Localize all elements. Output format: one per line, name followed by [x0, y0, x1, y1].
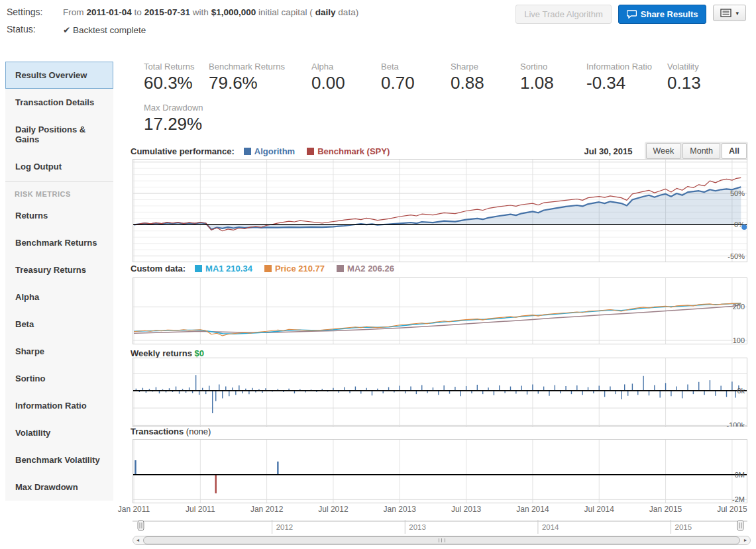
stat-label: Information Ratio: [586, 62, 667, 72]
weekly-returns-chart[interactable]: 0k-100k: [133, 358, 747, 427]
scrollbar-grip-icon: [439, 538, 445, 542]
x-axis-tick-label: Jul 2012: [318, 505, 348, 514]
cumulative-performance-chart[interactable]: 50%0%-50%: [133, 159, 747, 262]
list-icon: [720, 9, 731, 17]
legend-ma2[interactable]: MA2 206.26: [337, 264, 394, 274]
sidebar-item-max-drawdown[interactable]: Max Drawdown: [5, 474, 113, 501]
y-axis-label: 200: [733, 303, 745, 311]
legend-label: Algorithm: [254, 146, 295, 156]
live-trade-button[interactable]: Live Trade Algorithm: [515, 5, 612, 24]
legend-price[interactable]: Price 210.77: [264, 264, 325, 274]
navigator-right-handle[interactable]: [737, 521, 743, 530]
algorithm-swatch-icon: [244, 148, 251, 155]
y-axis-label: 0M: [735, 471, 745, 479]
y-axis-label: 100: [733, 336, 745, 344]
stats-summary: Total Returns60.3% Benchmark Returns79.6…: [144, 62, 727, 134]
transactions-count: (none): [186, 426, 211, 436]
chart-date: Jul 30, 2015: [584, 146, 633, 156]
start-date: 2011-01-04: [87, 7, 132, 17]
legend-algorithm[interactable]: Algorithm: [244, 146, 295, 156]
sidebar-item-treasury-returns[interactable]: Treasury Returns: [5, 256, 113, 283]
scrollbar-thumb[interactable]: [143, 536, 740, 544]
sidebar-item-transaction-details[interactable]: Transaction Details: [5, 89, 113, 116]
price-swatch-icon: [264, 265, 272, 272]
stat-value: 1.08: [520, 73, 586, 93]
custom-data-header: Custom data: MA1 210.34 Price 210.77 MA2…: [131, 264, 394, 274]
y-axis-label: 50%: [730, 189, 745, 197]
sidebar-item-beta[interactable]: Beta: [5, 311, 113, 338]
stat-alpha: Alpha0.00: [311, 62, 381, 93]
sidebar-item-alpha[interactable]: Alpha: [5, 283, 113, 311]
stat-value: 60.3%: [144, 73, 209, 93]
settings-text: to: [135, 7, 142, 17]
settings-text: From: [63, 7, 84, 17]
settings-value: From2011-01-04 to2015-07-31 with$1,000,0…: [63, 7, 361, 17]
stat-label: Benchmark Returns: [209, 62, 311, 72]
status-label: Status:: [7, 24, 63, 35]
sidebar-item-benchmark-returns[interactable]: Benchmark Returns: [5, 229, 113, 256]
scrollbar-right-arrow[interactable]: ▸: [741, 536, 750, 544]
ma1-swatch-icon: [195, 265, 202, 272]
sidebar-item-benchmark-volatility[interactable]: Benchmark Volatility: [5, 446, 113, 474]
check-icon: ✔: [63, 25, 70, 35]
sidebar-item-results-overview[interactable]: Results Overview: [5, 62, 113, 89]
initial-capital: $1,000,000: [211, 7, 256, 17]
range-week-button[interactable]: Week: [646, 143, 682, 159]
benchmark-swatch-icon: [307, 148, 314, 155]
navigator-left-handle[interactable]: [138, 521, 144, 530]
legend-label: Benchmark (SPY): [317, 146, 390, 156]
y-axis-label: 0k: [737, 387, 745, 395]
sidebar-item-daily-positions[interactable]: Daily Positions & Gains: [5, 116, 113, 153]
stat-label: Max Drawdown: [144, 103, 727, 113]
stat-value: 17.29%: [144, 114, 727, 134]
settings-text: with: [193, 7, 209, 17]
x-axis-tick-label: Jan 2014: [516, 505, 549, 514]
legend-label: MA1 210.34: [205, 264, 252, 274]
stat-information-ratio: Information Ratio-0.34: [586, 62, 667, 93]
stat-label: Alpha: [311, 62, 381, 72]
weekly-returns-value: $0: [195, 348, 204, 358]
chevron-down-icon: ▾: [735, 10, 739, 17]
stat-value: 0.13: [667, 73, 727, 93]
stat-value: -0.34: [586, 73, 667, 93]
cumulative-performance-title: Cumulative performance:: [131, 146, 235, 156]
stat-benchmark-returns: Benchmark Returns79.6%: [209, 62, 311, 93]
sidebar-item-sortino[interactable]: Sortino: [5, 365, 113, 392]
data-frequency: daily: [315, 7, 336, 17]
legend-label: Price 210.77: [275, 264, 325, 274]
stat-label: Total Returns: [144, 62, 209, 72]
scrollbar-left-arrow[interactable]: ◂: [133, 536, 142, 544]
stat-value: 79.6%: [209, 73, 311, 93]
stat-max-drawdown: Max Drawdown17.29%: [144, 103, 727, 134]
sidebar-item-information-ratio[interactable]: Information Ratio: [5, 392, 113, 419]
share-results-label: Share Results: [641, 9, 698, 19]
stat-value: 0.88: [451, 73, 520, 93]
settings-text: initial capital (: [258, 7, 313, 17]
y-axis-label: -50%: [728, 252, 745, 260]
range-month-button[interactable]: Month: [682, 143, 720, 159]
stat-beta: Beta0.70: [381, 62, 451, 93]
range-all-button[interactable]: All: [722, 143, 747, 159]
sidebar-item-volatility[interactable]: Volatility: [5, 419, 113, 446]
stat-value: 0.70: [381, 73, 451, 93]
x-axis-tick-label: Jul 2011: [186, 505, 215, 514]
custom-data-chart[interactable]: 200100: [133, 277, 747, 344]
range-navigator[interactable]: 2012201320142015: [133, 519, 751, 535]
stat-label: Sortino: [520, 62, 586, 72]
legend-ma1[interactable]: MA1 210.34: [195, 264, 252, 274]
sidebar-section-risk-metrics: RISK METRICS: [5, 183, 113, 202]
sidebar-item-log-output[interactable]: Log Output: [5, 153, 113, 180]
sidebar-item-returns[interactable]: Returns: [5, 202, 113, 229]
sidebar-item-sharpe[interactable]: Sharpe: [5, 338, 113, 365]
navigator-year-label: 2012: [276, 523, 294, 531]
x-axis-tick-label: Jan 2015: [649, 505, 682, 514]
transactions-chart[interactable]: 0M-2M: [133, 439, 747, 503]
legend-benchmark[interactable]: Benchmark (SPY): [307, 146, 390, 156]
x-axis-tick-label: Jan 2011: [118, 505, 150, 514]
export-menu-button[interactable]: ▾: [713, 5, 746, 21]
status-value: ✔ Backtest complete: [63, 24, 146, 35]
range-selector: Week Month All: [645, 142, 748, 160]
share-results-button[interactable]: Share Results: [618, 5, 707, 24]
ma2-swatch-icon: [337, 265, 344, 272]
navigator-year-label: 2014: [542, 523, 559, 531]
